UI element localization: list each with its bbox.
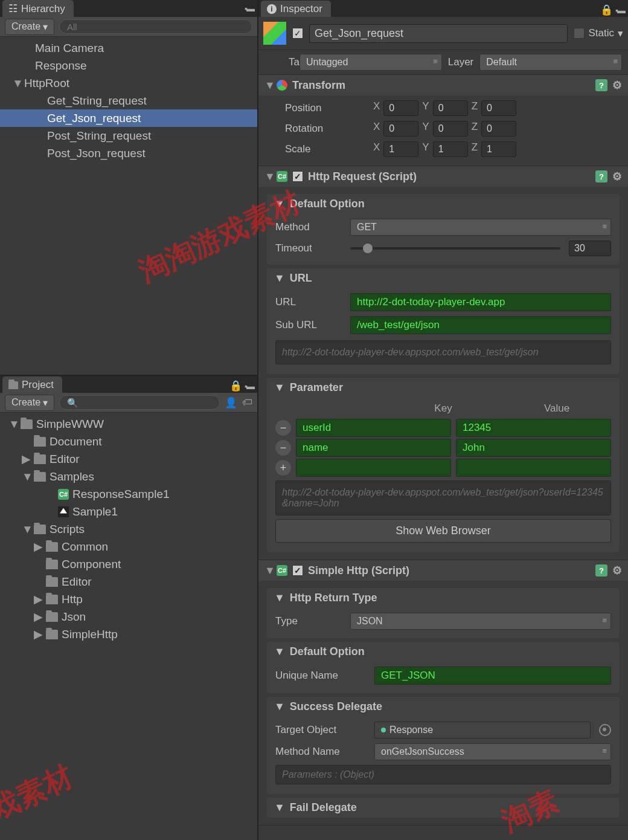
timeout-slider[interactable] — [350, 247, 560, 250]
hierarchy-item[interactable]: Get_String_request — [0, 92, 257, 109]
scale-y-input[interactable] — [433, 141, 468, 157]
param-remove-button[interactable]: − — [275, 420, 291, 436]
help-icon[interactable]: ? — [595, 79, 607, 91]
project-tab[interactable]: Project — [2, 376, 62, 393]
project-item[interactable]: ▼SimpleWWW — [0, 415, 257, 433]
project-create-button[interactable]: Create ▾ — [5, 395, 54, 411]
hierarchy-tab[interactable]: ☷ Hierarchy — [2, 0, 74, 17]
static-dropdown-icon[interactable]: ▾ — [618, 27, 623, 40]
project-item[interactable]: ▶Http — [0, 590, 257, 608]
fail-delegate-header[interactable]: ▼Fail Delegate — [267, 798, 620, 818]
simple-http-header[interactable]: ▼ C# ✓ Simple Http (Script) ? ⚙ — [258, 560, 628, 581]
scale-x-input[interactable] — [383, 141, 418, 157]
project-item[interactable]: Document — [0, 433, 257, 450]
position-label: Position — [285, 102, 368, 114]
active-checkbox[interactable]: ✓ — [292, 28, 303, 39]
project-item[interactable]: ▼Scripts — [0, 520, 257, 538]
param-value-input[interactable] — [456, 439, 611, 457]
return-type-dropdown[interactable]: JSON — [350, 613, 611, 630]
default-option-header[interactable]: ▼Default Option — [267, 194, 620, 214]
lock-icon[interactable]: 🔒 — [229, 380, 242, 392]
position-z-input[interactable] — [481, 100, 516, 116]
help-icon[interactable]: ? — [595, 170, 607, 183]
param-remove-button[interactable]: − — [275, 440, 291, 456]
project-item[interactable]: C#ResponseSample1 — [0, 485, 257, 503]
http-request-header[interactable]: ▼ C# ✓ Http Request (Script) ? ⚙ — [258, 166, 628, 187]
project-item[interactable]: Sample1 — [0, 503, 257, 520]
method-dropdown[interactable]: GET — [350, 219, 611, 236]
project-item-label: Scripts — [50, 523, 85, 536]
project-item[interactable]: ▶Editor — [0, 450, 257, 468]
hierarchy-search[interactable] — [59, 19, 252, 34]
position-y-input[interactable] — [433, 100, 468, 116]
method-label: Method — [275, 221, 342, 233]
gear-icon[interactable]: ⚙ — [612, 564, 622, 577]
param-value-input[interactable] — [456, 419, 611, 437]
param-value-input-empty[interactable] — [456, 459, 611, 477]
project-item[interactable]: Editor — [0, 573, 257, 590]
scale-z-input[interactable] — [481, 141, 516, 157]
folder-icon — [46, 612, 58, 622]
tag-dropdown[interactable]: Untagged — [300, 54, 442, 71]
help-icon[interactable]: ? — [595, 564, 607, 577]
unique-name-input[interactable] — [374, 667, 611, 685]
panel-menu-icon[interactable]: ▪▬ — [245, 381, 254, 391]
component-enabled-checkbox[interactable]: ✓ — [292, 565, 303, 576]
timeout-input[interactable] — [569, 241, 611, 256]
rotation-x-input[interactable] — [383, 121, 418, 137]
layer-dropdown[interactable]: Default — [479, 54, 622, 71]
param-key-input-empty[interactable] — [296, 459, 451, 477]
param-key-input[interactable] — [296, 419, 451, 437]
object-name-input[interactable] — [309, 24, 568, 43]
hierarchy-search-input[interactable] — [67, 22, 245, 32]
method-name-dropdown[interactable]: onGetJsonSuccess — [374, 743, 611, 760]
object-picker-icon[interactable] — [599, 724, 611, 736]
gear-icon[interactable]: ⚙ — [612, 79, 622, 92]
rotation-z-input[interactable] — [481, 121, 516, 137]
parameter-section-header[interactable]: ▼Parameter — [267, 378, 620, 398]
success-delegate-header[interactable]: ▼Success Delegate — [267, 697, 620, 717]
filter-by-label-icon[interactable]: 🏷 — [242, 396, 252, 409]
hierarchy-tree: Main CameraResponse▼HttpRootGet_String_r… — [0, 37, 257, 375]
hierarchy-item[interactable]: Response — [0, 57, 257, 74]
project-item-label: Editor — [62, 575, 92, 589]
project-tab-label: Project — [22, 379, 54, 391]
hierarchy-item[interactable]: Post_String_request — [0, 127, 257, 144]
url-input[interactable] — [350, 293, 611, 311]
project-item[interactable]: ▶Json — [0, 608, 257, 625]
project-item-label: Json — [62, 610, 86, 624]
position-x-input[interactable] — [383, 100, 418, 116]
project-search[interactable]: 🔍 — [59, 395, 220, 410]
project-item[interactable]: Component — [0, 555, 257, 573]
panel-menu-icon[interactable]: ▪▬ — [245, 4, 254, 13]
url-section-header[interactable]: ▼URL — [267, 268, 620, 288]
hierarchy-item[interactable]: Main Camera — [0, 39, 257, 57]
foldout-arrow-icon: ▼ — [274, 801, 285, 814]
target-object-field[interactable]: Response — [374, 722, 591, 738]
static-checkbox[interactable] — [574, 28, 585, 39]
component-enabled-checkbox[interactable]: ✓ — [292, 171, 303, 182]
show-web-browser-button[interactable]: Show Web Browser — [275, 519, 611, 543]
project-item[interactable]: ▶SimpleHttp — [0, 625, 257, 643]
gear-icon[interactable]: ⚙ — [612, 170, 622, 183]
hierarchy-item[interactable]: Post_Json_request — [0, 144, 257, 162]
panel-menu-icon[interactable]: ▪▬ — [615, 5, 624, 15]
hierarchy-create-button[interactable]: Create ▾ — [5, 19, 54, 35]
filter-by-type-icon[interactable]: 👤 — [225, 396, 237, 409]
rotation-y-input[interactable] — [433, 121, 468, 137]
transform-header[interactable]: ▼ Transform ? ⚙ — [258, 75, 628, 95]
project-item[interactable]: ▶Common — [0, 538, 257, 555]
default-option-header-2[interactable]: ▼Default Option — [267, 642, 620, 662]
folder-icon — [46, 577, 58, 587]
return-type-header[interactable]: ▼Http Return Type — [267, 588, 620, 608]
suburl-input[interactable] — [350, 316, 611, 334]
inspector-tab[interactable]: i Inspector — [261, 1, 331, 17]
lock-icon[interactable]: 🔒 — [600, 4, 613, 16]
hierarchy-item[interactable]: ▼HttpRoot — [0, 74, 257, 92]
hierarchy-item[interactable]: Get_Json_request — [0, 109, 257, 127]
param-key-input[interactable] — [296, 439, 451, 457]
folder-icon — [34, 437, 46, 447]
param-add-button[interactable]: + — [275, 460, 291, 476]
project-item[interactable]: ▼Samples — [0, 468, 257, 485]
project-item-label: Common — [62, 540, 108, 554]
